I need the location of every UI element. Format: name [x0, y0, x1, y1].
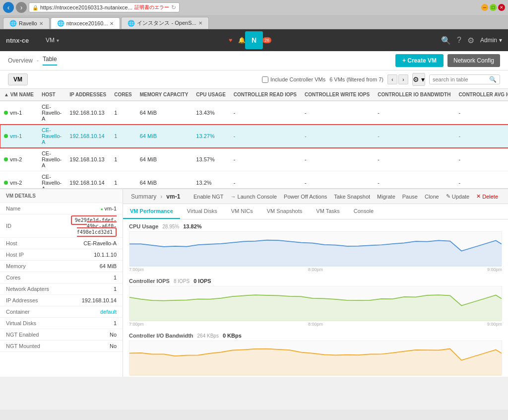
tab-ntnxcece[interactable]: 🌐 ntnxcece20160... ✕ [51, 17, 121, 29]
nav-vm-label: VM [46, 37, 55, 44]
ntnx-tab-label: ntnxcece20160... [66, 20, 108, 26]
cell-name: vm-2 [0, 171, 38, 189]
network-config-button[interactable]: Network Config [447, 54, 500, 67]
chart-title: CPU Usage [129, 223, 158, 229]
help-icon[interactable]: ? [457, 36, 461, 45]
vm-detail-row: Host CE-Ravello-A [0, 238, 123, 249]
perf-tab-console[interactable]: Console [347, 204, 381, 219]
perf-tab-vm-nics[interactable]: VM NICs [224, 204, 260, 219]
next-page-button[interactable]: › [398, 74, 408, 84]
table-search-box[interactable]: 🔍 [429, 74, 500, 84]
cell-cio-lat: - [454, 125, 508, 148]
action-button-take-snapshot[interactable]: Take Snapshot [332, 192, 372, 201]
ntnx-tab-icon: 🌐 [57, 20, 64, 27]
vm-detail-value: 1 [114, 275, 117, 280]
cell-cores: 1 [110, 148, 136, 171]
breadcrumb-sep: - [37, 57, 39, 64]
refresh-icon[interactable]: ↻ [171, 4, 176, 11]
table-settings-button[interactable]: ⚙ ▾ [412, 73, 425, 86]
forward-button[interactable]: › [16, 2, 27, 13]
cell-ip: 192.168.10.14 [65, 125, 110, 148]
address-text: https://ntnxcece20160313-nutanixce... [40, 4, 132, 10]
cell-cr-iops: - [230, 101, 301, 125]
table-row[interactable]: vm-2 CE-Ravello-A 192.168.10.13 1 64 MiB… [0, 148, 508, 171]
top-section: Overview - Table + Create VM Network Con… [0, 51, 508, 70]
vm-detail-label: NGT Enabled [6, 332, 61, 338]
prev-page-button[interactable]: ‹ [387, 74, 397, 84]
container-link[interactable]: default [100, 309, 117, 315]
table-nav-buttons: ‹ › [387, 74, 408, 84]
table-search-input[interactable] [433, 76, 487, 82]
vm-detail-row: ID 9e29fe1d-fdef-49bc-a6f0-f498e1cd32d1 [0, 214, 123, 238]
perf-tab-vm-snapshots[interactable]: VM Snapshots [260, 204, 310, 219]
perf-tab-vm-tasks[interactable]: VM Tasks [309, 204, 346, 219]
vm-label-button[interactable]: VM [8, 73, 28, 85]
action-button-update[interactable]: ✎Update [444, 192, 471, 201]
openstack-tab-icon: 🌐 [127, 20, 135, 27]
cell-ip: 192.168.10.14 [65, 171, 110, 189]
cell-cpu: 13.2% [192, 171, 229, 189]
perf-tab-virtual-disks[interactable]: Virtual Disks [180, 204, 224, 219]
vm-count-label: 6 VMs (filtered from 7) [329, 76, 383, 82]
col-header-name: ▲ VM NAME [0, 89, 38, 101]
search-nav-icon[interactable]: 🔍 [441, 36, 451, 45]
table-row[interactable]: vm-1 CE-Ravello-A 192.168.10.13 1 64 MiB… [0, 101, 508, 125]
breadcrumb-overview[interactable]: Overview [8, 57, 33, 64]
cell-cw-iops: - [301, 148, 374, 171]
action-button-launch-console[interactable]: →Launch Console [229, 192, 279, 201]
action-button-power-off-actions[interactable]: Power Off Actions [282, 192, 329, 201]
ravello-tab-close[interactable]: ✕ [39, 21, 43, 26]
ravello-tab-icon: 🌐 [9, 20, 17, 27]
app: ntnx-ce VM ▾ ♥ 🔔 ◉ 26 N 🔍 ? ⚙ [0, 29, 508, 410]
cell-cr-iops: - [230, 125, 301, 148]
cell-cio-bw: - [374, 125, 454, 148]
action-button-delete[interactable]: ✕Delete [474, 192, 500, 201]
settings-icon[interactable]: ⚙ [467, 36, 474, 45]
tab-ravello[interactable]: 🌐 Ravello ✕ [3, 17, 50, 29]
ntnx-tab-close[interactable]: ✕ [110, 21, 114, 26]
summary-label: Summary [131, 193, 156, 200]
perf-tabs: VM PerformanceVirtual DisksVM NICsVM Sna… [123, 204, 508, 219]
cell-cpu: 13.57% [192, 148, 229, 171]
action-button-enable-ngt[interactable]: Enable NGT [191, 192, 226, 201]
chart-header: Controller IOPS 8 IOPS 0 IOPS [129, 278, 502, 286]
axis-label: 7:00pm [129, 376, 144, 377]
svg-marker-0 [129, 240, 502, 267]
vm-detail-value: No [110, 332, 117, 338]
bell-icon[interactable]: 🔔 [238, 37, 246, 44]
cell-host: CE-Ravello-A [38, 101, 65, 125]
action-button-migrate[interactable]: Migrate [375, 192, 397, 201]
perf-tab-vm-performance[interactable]: VM Performance [123, 204, 180, 219]
admin-area[interactable]: Admin ▾ [480, 37, 502, 44]
create-vm-button[interactable]: + Create VM [395, 54, 444, 67]
nav-brand: ntnx-ce [6, 37, 46, 44]
health-icon[interactable]: ♥ [229, 37, 232, 44]
include-controller-checkbox[interactable] [262, 76, 268, 83]
address-bar[interactable]: 🔒 https://ntnxcece20160313-nutanixce... … [29, 2, 180, 12]
vm-detail-row: Virtual Disks 1 [0, 318, 123, 329]
nav-vm-section[interactable]: VM ▾ [46, 37, 59, 44]
cell-cio-lat: - [454, 101, 508, 125]
vm-detail-label: Virtual Disks [6, 320, 61, 326]
chart-section-2: Controller I/O Bandwidth 264 KBps 0 KBps… [129, 333, 502, 377]
cell-cio-lat: - [454, 148, 508, 171]
maximize-button[interactable]: □ [490, 4, 497, 11]
cell-cores: 1 [110, 125, 136, 148]
chart-axis-labels: 7:00pm8:00pm9:00pm [129, 322, 502, 327]
svg-marker-1 [129, 295, 502, 321]
action-button-clone[interactable]: Clone [423, 192, 441, 201]
minimize-button[interactable]: ─ [481, 4, 488, 11]
openstack-tab-close[interactable]: ✕ [198, 20, 202, 26]
action-button-pause[interactable]: Pause [400, 192, 420, 201]
col-header-memory: MEMORY CAPACITY [136, 89, 192, 101]
cell-cr-iops: - [230, 148, 301, 171]
table-row[interactable]: vm-2 CE-Ravello-A 192.168.10.14 1 64 MiB… [0, 171, 508, 189]
tab-openstack[interactable]: 🌐 インスタンス - OpenS... ✕ [121, 17, 208, 29]
cell-cores: 1 [110, 101, 136, 125]
browser-tabs: 🌐 Ravello ✕ 🌐 ntnxcece20160... ✕ 🌐 インスタン… [0, 15, 508, 29]
table-row[interactable]: vm-1 CE-Ravello-A 192.168.10.14 1 64 MiB… [0, 125, 508, 148]
vm-detail-label: Network Adapters [6, 286, 61, 292]
close-button[interactable]: ✕ [498, 4, 505, 11]
back-button[interactable]: ‹ [3, 2, 14, 13]
chart-canvas [129, 286, 502, 321]
